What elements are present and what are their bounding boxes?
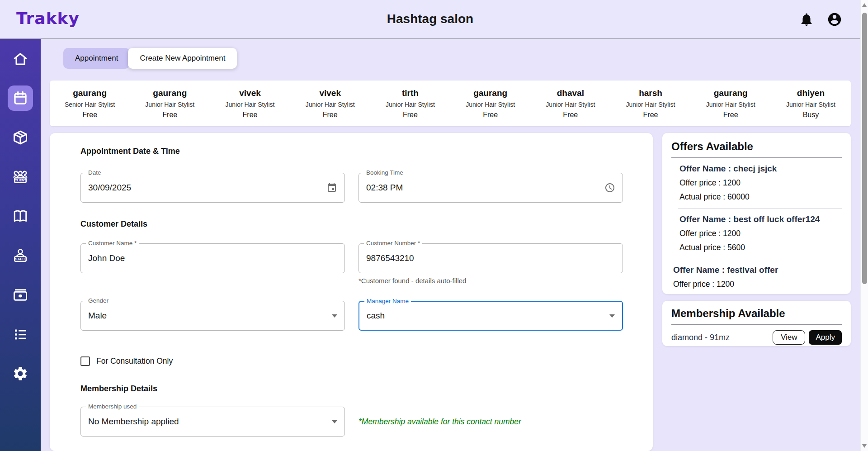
stylist-status: Free <box>370 111 450 119</box>
section-title-customer: Customer Details <box>80 219 622 229</box>
sidebar-item-home[interactable] <box>8 46 33 71</box>
tab-create-new-appointment[interactable]: Create New Appointment <box>128 48 237 69</box>
stylist-status: Free <box>691 111 771 119</box>
page-scrollbar[interactable] <box>860 0 868 451</box>
scrollbar-thumb[interactable] <box>862 13 867 284</box>
stylist-status: Free <box>450 111 530 119</box>
view-membership-button[interactable]: View <box>773 330 806 345</box>
stylist-name: gaurang <box>691 88 771 98</box>
stylist-status: Free <box>610 111 690 119</box>
sidebar-item-clients[interactable]: CLIENT <box>8 164 33 190</box>
membership-title: Membership Available <box>671 307 842 325</box>
date-field-label: Date <box>86 169 104 177</box>
consultation-checkbox[interactable] <box>80 356 90 366</box>
gender-select[interactable]: Gender Male <box>80 301 345 331</box>
membership-used-select[interactable]: Membership used No Membership applied <box>80 407 345 437</box>
stylist-card-1[interactable]: gaurang Senior Hair Stylist Free <box>50 88 130 119</box>
offer-name: Offer Name : best off luck offer124 <box>679 214 840 224</box>
list-icon <box>12 326 28 342</box>
stylist-name: vivek <box>290 88 370 98</box>
stylist-status: Busy <box>771 111 851 119</box>
notifications-bell-icon[interactable] <box>799 12 814 27</box>
tab-appointment[interactable]: Appointment <box>63 48 130 69</box>
chevron-down-icon <box>609 314 615 318</box>
sidebar-item-appointments[interactable] <box>8 85 33 111</box>
chevron-down-icon <box>332 314 337 318</box>
stylist-card-2[interactable]: gaurang Junior Hair Stylist Free <box>130 88 210 119</box>
stylist-role: Junior Hair Stylist <box>450 101 530 108</box>
membership-item-name: diamond - 91mz <box>671 333 773 342</box>
stylist-card-7[interactable]: dhaval Junior Hair Stylist Free <box>530 88 610 119</box>
section-title-membership: Membership Details <box>80 384 622 394</box>
offer-actual-price: Actual price : 5600 <box>679 243 840 252</box>
stylist-name: harsh <box>610 88 690 98</box>
header-actions <box>799 12 842 27</box>
booking-time-label: Booking Time <box>364 169 406 177</box>
sidebar-nav: CLIENT STAFF <box>0 39 41 451</box>
offer-price: Offer price : 1200 <box>679 178 840 188</box>
stylist-role: Junior Hair Stylist <box>210 101 290 108</box>
stylist-card-9[interactable]: gaurang Junior Hair Stylist Free <box>691 88 771 119</box>
chevron-down-icon <box>332 420 337 423</box>
stylist-role: Junior Hair Stylist <box>370 101 450 108</box>
membership-panel: Membership Available diamond - 91mz View… <box>662 301 851 346</box>
offer-price: Offer price : 1200 <box>673 280 840 289</box>
stylist-role: Junior Hair Stylist <box>771 101 851 108</box>
account-icon[interactable] <box>827 12 842 27</box>
apply-membership-button[interactable]: Apply <box>809 330 842 345</box>
customer-name-value: John Doe <box>88 253 337 263</box>
offer-item-1: Offer Name : checj jsjck Offer price : 1… <box>678 158 842 209</box>
calendar-icon <box>12 90 28 106</box>
stylist-role: Junior Hair Stylist <box>130 101 210 108</box>
customer-found-helper: *Customer found - details auto-filled <box>359 277 466 285</box>
stylist-card-5[interactable]: tirth Junior Hair Stylist Free <box>370 88 450 119</box>
stylist-card-10[interactable]: dhiyen Junior Hair Stylist Busy <box>771 88 851 119</box>
tab-bar: Appointment Create New Appointment <box>63 48 237 69</box>
manager-name-select[interactable]: Manager Name cash <box>359 301 623 331</box>
stylist-name: dhaval <box>530 88 610 98</box>
offers-panel: Offers Available Offer Name : checj jsjc… <box>662 133 851 294</box>
stylist-card-4[interactable]: vivek Junior Hair Stylist Free <box>290 88 370 119</box>
sidebar-item-list[interactable] <box>8 322 33 347</box>
sidebar-item-packages[interactable] <box>8 125 33 150</box>
customer-number-field[interactable]: Customer Number * 9876543210 <box>359 243 623 273</box>
stylist-name: gaurang <box>50 88 130 98</box>
stylist-card-3[interactable]: vivek Junior Hair Stylist Free <box>210 88 290 119</box>
staff-icon: STAFF <box>12 247 28 264</box>
stylist-name: tirth <box>370 88 450 98</box>
sidebar-item-catalog[interactable] <box>8 204 33 229</box>
stylist-status: Free <box>130 111 210 119</box>
clock-picker-icon[interactable] <box>604 182 615 193</box>
date-field[interactable]: Date 30/09/2025 <box>80 173 345 203</box>
customer-number-value: 9876543210 <box>366 253 615 263</box>
home-icon <box>12 51 28 67</box>
sidebar-item-settings[interactable] <box>8 361 33 386</box>
appointment-form: Appointment Date & Time Date 30/09/2025 … <box>50 133 653 451</box>
stylist-status: Free <box>530 111 610 119</box>
stylist-card-8[interactable]: harsh Junior Hair Stylist Free <box>610 88 690 119</box>
app-header: Trakky Hashtag salon <box>0 0 860 39</box>
stylist-name: gaurang <box>450 88 530 98</box>
scrollbar-up-arrow-icon[interactable] <box>862 3 867 7</box>
stylist-name: vivek <box>210 88 290 98</box>
offer-actual-price: Actual price : 60000 <box>679 192 840 202</box>
cash-icon <box>12 287 28 303</box>
stylist-role: Junior Hair Stylist <box>530 101 610 108</box>
stylist-card-6[interactable]: gaurang Junior Hair Stylist Free <box>450 88 530 119</box>
offer-price: Offer price : 1200 <box>679 229 840 238</box>
sidebar-item-staff[interactable]: STAFF <box>8 243 33 268</box>
customer-name-field[interactable]: Customer Name * John Doe <box>80 243 345 273</box>
stylist-role: Junior Hair Stylist <box>290 101 370 108</box>
offer-item-2: Offer Name : best off luck offer124 Offe… <box>678 209 842 259</box>
consultation-checkbox-row[interactable]: For Consultation Only <box>80 356 622 366</box>
scrollbar-down-arrow-icon[interactable] <box>862 444 867 448</box>
clients-icon: CLIENT <box>12 169 28 185</box>
main-content: Appointment Create New Appointment gaura… <box>41 39 860 451</box>
sidebar-item-payments[interactable] <box>8 282 33 308</box>
booking-time-field[interactable]: Booking Time 02:38 PM <box>359 173 623 203</box>
calendar-picker-icon[interactable] <box>326 182 337 193</box>
package-icon <box>12 129 28 146</box>
membership-used-value: No Membership applied <box>88 417 332 427</box>
stylist-role: Junior Hair Stylist <box>691 101 771 108</box>
stylist-name: gaurang <box>130 88 210 98</box>
